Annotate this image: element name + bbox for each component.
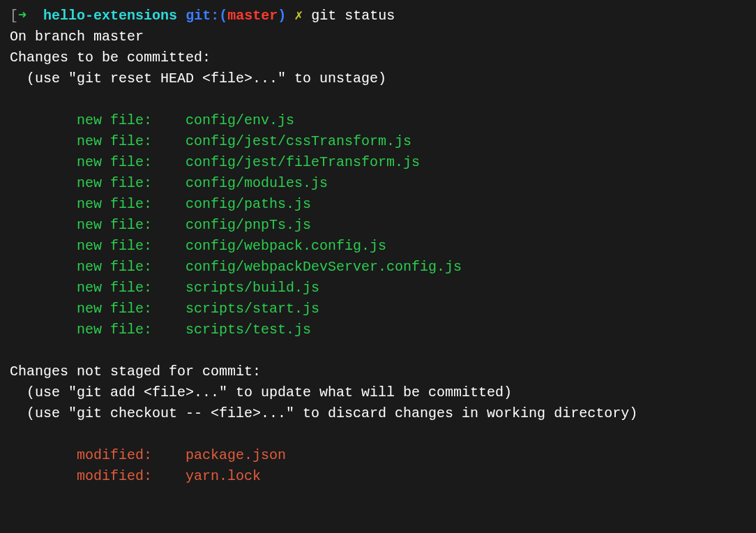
unstaged-hint-1: (use "git add <file>..." to update what … bbox=[10, 382, 746, 403]
staged-file-entry: new file: config/webpack.config.js bbox=[10, 236, 746, 257]
staged-file-entry: new file: config/env.js bbox=[10, 110, 746, 131]
prompt-branch: master bbox=[227, 8, 278, 24]
prompt-paren-close: ) bbox=[278, 8, 286, 24]
prompt-git-label: git: bbox=[186, 8, 219, 24]
unstaged-file-entry: modified: package.json bbox=[10, 445, 746, 466]
staged-files-list: new file: config/env.js new file: config… bbox=[10, 110, 746, 340]
branch-status-line: On branch master bbox=[10, 27, 746, 47]
blank-line bbox=[10, 340, 746, 361]
staged-file-entry: new file: config/jest/fileTransform.js bbox=[10, 152, 746, 173]
blank-line bbox=[10, 424, 746, 445]
unstaged-file-entry: modified: yarn.lock bbox=[10, 466, 746, 487]
prompt-arrow-icon: ➜ bbox=[18, 8, 27, 24]
prompt-paren-open: ( bbox=[219, 8, 227, 24]
prompt-dirty-icon: ✗ bbox=[294, 8, 303, 24]
prompt-command: git status bbox=[311, 8, 395, 24]
staged-header: Changes to be committed: bbox=[10, 47, 746, 68]
staged-file-entry: new file: config/webpackDevServer.config… bbox=[10, 257, 746, 278]
staged-file-entry: new file: config/jest/cssTransform.js bbox=[10, 131, 746, 152]
staged-file-entry: new file: scripts/start.js bbox=[10, 299, 746, 320]
unstaged-hint-2: (use "git checkout -- <file>..." to disc… bbox=[10, 403, 746, 424]
prompt-dirname: hello-extensions bbox=[43, 8, 177, 24]
terminal-output[interactable]: [➜ hello-extensions git:(master) ✗ git s… bbox=[10, 6, 746, 487]
staged-file-entry: new file: config/modules.js bbox=[10, 173, 746, 194]
staged-file-entry: new file: config/paths.js bbox=[10, 194, 746, 215]
staged-file-entry: new file: scripts/test.js bbox=[10, 320, 746, 340]
prompt-line: [➜ hello-extensions git:(master) ✗ git s… bbox=[10, 6, 746, 27]
unstaged-header: Changes not staged for commit: bbox=[10, 361, 746, 382]
unstaged-files-list: modified: package.json modified: yarn.lo… bbox=[10, 445, 746, 487]
staged-file-entry: new file: scripts/build.js bbox=[10, 278, 746, 299]
prompt-bracket: [ bbox=[10, 8, 18, 24]
blank-line bbox=[10, 89, 746, 110]
staged-file-entry: new file: config/pnpTs.js bbox=[10, 215, 746, 236]
staged-hint: (use "git reset HEAD <file>..." to unsta… bbox=[10, 68, 746, 89]
